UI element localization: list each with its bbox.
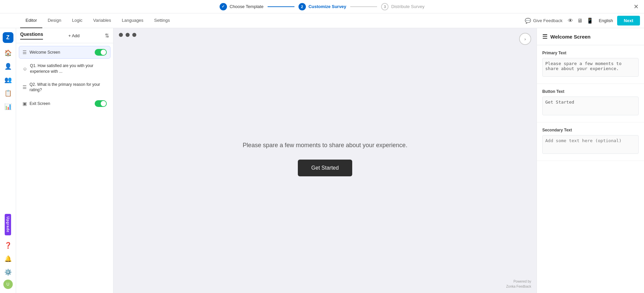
next-button[interactable]: Next — [617, 16, 640, 25]
secondary-text-label: Secondary Text — [542, 128, 639, 132]
step2-icon: 2 — [298, 3, 306, 10]
q1-label: Q1. How satisfied are you with your expe… — [30, 63, 107, 74]
step2-label: Customize Survey — [309, 4, 347, 9]
canvas-dots — [113, 28, 537, 42]
questions-header: Questions + Add ⇅ — [16, 28, 113, 43]
secondary-text-section: Secondary Text — [537, 122, 644, 161]
nav-bell[interactable]: 🔔 — [2, 253, 14, 265]
step1-icon: ✓ — [220, 3, 227, 10]
canvas-area: › Please spare a few moments to share ab… — [113, 28, 537, 293]
welcome-screen-label: Welcome Screen — [30, 50, 92, 55]
nav-person[interactable]: 👥 — [2, 74, 14, 86]
primary-text-input[interactable]: Please spare a few moments to share abou… — [542, 58, 639, 77]
welcome-screen-icon: ☰ — [22, 50, 27, 55]
welcome-screen-panel-icon: ☰ — [542, 33, 548, 40]
nav-calendar[interactable]: 📋 — [2, 87, 14, 99]
canvas-content: Please spare a few moments to share abou… — [113, 42, 537, 276]
primary-text-label: Primary Text — [542, 51, 639, 55]
dot-3 — [132, 33, 136, 37]
step-line-1 — [268, 6, 294, 7]
tab-editor[interactable]: Editor — [20, 13, 42, 28]
mobile-icon[interactable]: 📱 — [585, 16, 595, 25]
canvas-get-started-button[interactable]: Get Started — [298, 160, 352, 176]
questions-list: ☰ Welcome Screen ☺ Q1. How satisfied are… — [16, 43, 113, 113]
dot-2 — [126, 33, 130, 37]
nav-chart[interactable]: 📊 — [2, 101, 14, 113]
stepper-bar: ✓ Choose Template 2 Customize Survey 3 D… — [0, 0, 644, 13]
toolbar-tabs: Editor Design Logic Variables Languages … — [20, 13, 175, 28]
primary-text-section: Primary Text Please spare a few moments … — [537, 45, 644, 84]
secondary-text-input[interactable] — [542, 135, 639, 154]
reorder-button[interactable]: ⇅ — [105, 33, 109, 39]
main-layout: Z 🏠 👤 👥 📋 📊 Upgrade ❓ 🔔 ⚙️ U Questions +… — [0, 28, 644, 293]
canvas-next-arrow[interactable]: › — [519, 33, 531, 45]
nav-users[interactable]: 👤 — [2, 60, 14, 72]
step-line-2 — [350, 6, 377, 7]
step3-label: Distribute Survey — [391, 4, 424, 9]
step3-icon: 3 — [381, 3, 388, 10]
add-question-button[interactable]: + Add — [68, 33, 80, 38]
close-button[interactable]: ✕ — [634, 3, 639, 10]
questions-panel: Questions + Add ⇅ ☰ Welcome Screen ☺ Q1.… — [16, 28, 113, 293]
question-item-welcome[interactable]: ☰ Welcome Screen — [19, 46, 110, 59]
app-logo[interactable]: Z — [3, 32, 13, 43]
right-panel-header: ☰ Welcome Screen — [537, 28, 644, 45]
nav-help[interactable]: ❓ — [2, 239, 14, 251]
q1-icon: ☺ — [22, 66, 27, 71]
dot-1 — [119, 33, 123, 37]
canvas-footer: Powered by Zonka Feedback — [113, 276, 537, 293]
question-item-exit[interactable]: ▣ Exit Screen — [19, 97, 110, 110]
exit-screen-toggle[interactable] — [95, 100, 107, 107]
feedback-icon: 💬 — [525, 18, 531, 24]
question-item-q2[interactable]: ☰ Q2. What is the primary reason for you… — [19, 79, 110, 96]
button-text-section: Button Text Get Started — [537, 84, 644, 122]
button-text-input[interactable]: Get Started — [542, 97, 639, 115]
tab-settings[interactable]: Settings — [149, 13, 175, 28]
upgrade-badge[interactable]: Upgrade — [5, 214, 11, 235]
questions-title: Questions — [20, 32, 43, 40]
q2-icon: ☰ — [22, 84, 27, 90]
give-feedback-button[interactable]: 💬 Give Feedback — [525, 18, 562, 24]
exit-screen-icon: ▣ — [22, 101, 27, 106]
welcome-screen-toggle[interactable] — [95, 49, 107, 56]
stepper-steps: ✓ Choose Template 2 Customize Survey 3 D… — [220, 3, 425, 10]
right-panel: ☰ Welcome Screen Primary Text Please spa… — [537, 28, 644, 293]
q2-label: Q2. What is the primary reason for your … — [30, 82, 107, 93]
nav-avatar[interactable]: U — [3, 280, 13, 289]
step1-label: Choose Template — [230, 4, 264, 9]
toolbar-right: 💬 Give Feedback 👁 🖥 📱 English Next — [525, 16, 644, 25]
powered-by-text: Powered by — [513, 280, 531, 283]
left-nav: Z 🏠 👤 👥 📋 📊 Upgrade ❓ 🔔 ⚙️ U — [0, 28, 16, 293]
zonka-feedback-text: Zonka Feedback — [506, 285, 532, 288]
view-icons: 👁 🖥 📱 — [566, 16, 595, 25]
step-choose-template[interactable]: ✓ Choose Template — [220, 3, 264, 10]
tab-languages[interactable]: Languages — [117, 13, 149, 28]
tab-variables[interactable]: Variables — [88, 13, 117, 28]
question-item-q1[interactable]: ☺ Q1. How satisfied are you with your ex… — [19, 60, 110, 77]
step-customize-survey[interactable]: 2 Customize Survey — [298, 3, 347, 10]
exit-screen-label: Exit Screen — [30, 101, 92, 107]
tab-logic[interactable]: Logic — [66, 13, 88, 28]
toolbar: Editor Design Logic Variables Languages … — [0, 13, 644, 28]
desktop-icon[interactable]: 🖥 — [576, 16, 584, 25]
nav-home[interactable]: 🏠 — [2, 47, 14, 59]
step-distribute-survey[interactable]: 3 Distribute Survey — [381, 3, 424, 10]
feedback-label: Give Feedback — [533, 18, 562, 23]
right-panel-title: Welcome Screen — [550, 34, 591, 40]
nav-settings[interactable]: ⚙️ — [2, 266, 14, 278]
button-text-label: Button Text — [542, 89, 639, 94]
tab-design[interactable]: Design — [42, 13, 66, 28]
eye-icon[interactable]: 👁 — [566, 16, 574, 25]
language-button[interactable]: English — [599, 18, 613, 23]
canvas-primary-text: Please spare a few moments to share abou… — [243, 142, 407, 149]
